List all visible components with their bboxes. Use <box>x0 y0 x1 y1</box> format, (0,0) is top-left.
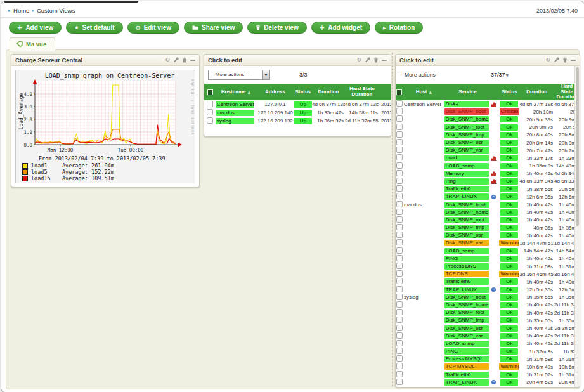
row-checkbox[interactable] <box>396 224 403 230</box>
select-all-checkbox-icon[interactable] <box>207 89 213 95</box>
service-badge[interactable]: Disk_SNMP_home <box>444 302 490 308</box>
hostname-badge[interactable]: syslog <box>216 118 254 124</box>
hostname-badge[interactable]: Centreon-Server <box>216 101 254 108</box>
toolbar-button-edit-view[interactable]: ⚙Edit view <box>127 22 179 34</box>
service-badge[interactable]: Disk_SNMP_home <box>444 209 490 216</box>
service-badge[interactable]: Disk_SNMP_boot <box>444 294 490 301</box>
service-badge[interactable]: Process MYSQL <box>444 356 490 362</box>
service-badge[interactable]: TRAP_LINUX <box>444 379 490 386</box>
service-badge[interactable]: Disk_SNMP_tmp <box>444 225 490 231</box>
row-checkbox[interactable] <box>396 355 403 362</box>
service-badge[interactable]: Disk_SNMP_usr <box>444 140 490 146</box>
graph-icon[interactable] <box>491 178 499 184</box>
service-badge[interactable]: TCP MYSQL <box>444 363 490 370</box>
column-header[interactable] <box>379 84 391 100</box>
row-checkbox[interactable] <box>396 131 403 138</box>
row-checkbox[interactable] <box>396 162 403 169</box>
row-checkbox[interactable] <box>396 348 403 354</box>
row-checkbox[interactable] <box>396 209 403 215</box>
row-checkbox[interactable] <box>396 270 403 277</box>
service-badge[interactable]: Disk_SNMP_var <box>444 147 490 154</box>
wrench-icon[interactable] <box>365 57 370 63</box>
service-badge[interactable]: LOAD_snmp <box>444 341 490 347</box>
row-checkbox[interactable] <box>396 193 403 199</box>
column-header[interactable]: Status <box>499 84 519 100</box>
row-checkbox[interactable] <box>396 255 403 261</box>
trash-icon[interactable] <box>373 57 379 63</box>
row-checkbox[interactable] <box>207 117 213 124</box>
service-badge[interactable]: Disk_SNMP_root <box>444 310 490 316</box>
row-checkbox[interactable] <box>396 278 403 284</box>
service-badge[interactable]: Load <box>444 155 490 161</box>
column-header[interactable]: Status <box>294 84 312 100</box>
row-checkbox[interactable] <box>396 154 403 160</box>
widget-header[interactable]: Charge Serveur Central ↻ <box>11 55 199 66</box>
row-checkbox[interactable] <box>396 294 403 300</box>
service-badge[interactable]: TRAP_LINUX <box>444 287 490 293</box>
row-checkbox[interactable] <box>396 139 403 145</box>
column-header[interactable]: Hostname▲ <box>216 84 256 100</box>
wrench-icon[interactable] <box>173 57 179 63</box>
minimize-icon[interactable] <box>571 60 576 61</box>
breadcrumb-custom-views[interactable]: Custom Views <box>37 7 75 14</box>
service-badge[interactable]: Disk_SNMP_usr <box>444 232 490 238</box>
page-count-dropdown-icon[interactable]: ▼ <box>506 73 509 77</box>
service-badge[interactable]: Disk_SNMP_boot <box>444 202 490 208</box>
scrollbar-thumb[interactable] <box>576 67 579 226</box>
service-badge[interactable]: Ping <box>444 178 490 185</box>
hostname-badge[interactable]: macdns <box>216 110 254 116</box>
graph-icon[interactable] <box>491 101 499 107</box>
service-badge[interactable]: LOAD_snmp <box>444 163 490 169</box>
column-header[interactable]: Host▲ <box>403 84 444 100</box>
minimize-icon[interactable] <box>382 60 387 61</box>
row-checkbox[interactable] <box>396 340 403 346</box>
service-badge[interactable]: Disk_SNMP_var <box>444 240 490 246</box>
row-checkbox[interactable] <box>396 309 403 315</box>
service-badge[interactable]: Disk-/ <box>444 101 490 107</box>
trap-icon[interactable] <box>491 379 499 385</box>
service-badge[interactable]: Traffic eth0 <box>444 278 490 285</box>
row-checkbox[interactable] <box>396 147 403 153</box>
row-checkbox[interactable] <box>396 185 403 192</box>
trash-icon[interactable] <box>562 57 568 63</box>
row-checkbox[interactable] <box>396 325 403 331</box>
tab-ma-vue[interactable]: Ma vue <box>10 37 55 51</box>
row-checkbox[interactable] <box>396 301 403 308</box>
toolbar-button-rotation[interactable]: ▶Rotation <box>375 22 423 34</box>
row-checkbox[interactable] <box>396 379 403 385</box>
refresh-icon[interactable]: ↻ <box>356 57 361 63</box>
more-actions-select[interactable]: -- More actions -- <box>399 72 441 78</box>
service-badge[interactable]: Disk_SNMP_tmp <box>444 317 490 323</box>
row-checkbox[interactable] <box>396 178 403 184</box>
breadcrumb-home[interactable]: Home <box>13 7 29 14</box>
service-badge[interactable]: Traffic eth0 <box>444 372 490 378</box>
row-checkbox[interactable] <box>396 115 403 122</box>
row-checkbox[interactable] <box>396 263 403 269</box>
column-header[interactable]: Service <box>444 84 491 100</box>
row-checkbox[interactable] <box>207 101 213 107</box>
row-checkbox[interactable] <box>396 363 403 369</box>
row-checkbox[interactable] <box>396 247 403 254</box>
row-checkbox[interactable] <box>396 371 403 377</box>
service-badge[interactable]: PING <box>444 256 490 262</box>
service-badge[interactable]: PING <box>444 348 490 355</box>
toolbar-button-add-view[interactable]: +Add view <box>9 22 62 34</box>
row-checkbox[interactable] <box>396 286 403 292</box>
graph-icon[interactable] <box>491 155 499 161</box>
service-badge[interactable]: TCP DNS <box>444 271 490 277</box>
row-checkbox[interactable] <box>396 317 403 323</box>
refresh-icon[interactable]: ↻ <box>545 57 550 63</box>
select-all-header[interactable] <box>396 84 403 100</box>
service-badge[interactable]: LOAD_snmp <box>444 248 490 254</box>
service-badge[interactable]: Process DNS <box>444 263 490 270</box>
service-badge[interactable]: TRAP_LINUX <box>444 193 490 200</box>
row-checkbox[interactable] <box>396 201 403 207</box>
more-actions-select[interactable]: -- More actions -- ▼ <box>208 70 270 80</box>
widget-header[interactable]: Click to edit ↻ <box>204 55 391 66</box>
toolbar-button-add-widget[interactable]: +Add widget <box>311 22 370 34</box>
row-checkbox[interactable] <box>396 239 403 245</box>
row-checkbox[interactable] <box>396 332 403 339</box>
row-checkbox[interactable] <box>396 108 403 114</box>
trap-icon[interactable] <box>491 287 499 292</box>
row-checkbox[interactable] <box>396 216 403 223</box>
